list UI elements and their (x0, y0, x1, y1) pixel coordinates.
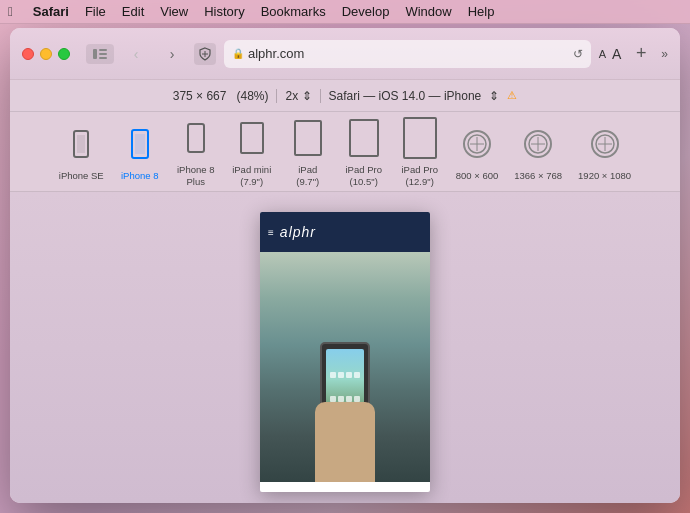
menu-help[interactable]: Help (468, 4, 495, 19)
apple-menu[interactable]:  (8, 4, 13, 19)
maximize-button[interactable] (58, 48, 70, 60)
site-preview: ≡ alphr (260, 212, 430, 492)
ipad-pro-105-icon-wrap (345, 116, 383, 160)
device-ipad[interactable]: iPad(9.7") (282, 112, 334, 191)
warning-icon: ⚠ (507, 89, 517, 102)
menu-bar:  Safari File Edit View History Bookmark… (0, 0, 690, 24)
menu-view[interactable]: View (160, 4, 188, 19)
menu-edit[interactable]: Edit (122, 4, 144, 19)
app-icon (346, 396, 352, 402)
address-bar[interactable]: 🔒 alphr.com ↺ (224, 40, 591, 68)
menu-history[interactable]: History (204, 4, 244, 19)
divider (276, 89, 277, 103)
minimize-button[interactable] (40, 48, 52, 60)
safari-window: ‹ › 🔒 alphr.com ↺ A A + » 375 × 667 (10, 28, 680, 503)
app-icon (330, 372, 336, 378)
reload-button[interactable]: ↺ (573, 47, 583, 61)
sidebar-icon (93, 49, 107, 59)
ipad-pro-105-icon (349, 119, 379, 157)
lock-icon: 🔒 (232, 48, 244, 59)
menu-safari[interactable]: Safari (33, 4, 69, 19)
svg-rect-2 (99, 53, 107, 55)
ipad-pro-129-icon-wrap (401, 116, 439, 160)
monitor-1920-label: 1920 × 1080 (578, 170, 631, 181)
ipad-icon-wrap (289, 116, 327, 160)
ipad-label: iPad(9.7") (296, 164, 319, 187)
app-icon (354, 372, 360, 378)
site-hero-image (260, 252, 430, 482)
site-logo: alphr (280, 224, 316, 240)
hand-shape (315, 402, 375, 482)
monitor-800-label: 800 × 600 (456, 170, 499, 181)
iphone-se-icon (73, 130, 89, 158)
forward-button[interactable]: › (158, 40, 186, 68)
svg-rect-1 (99, 49, 107, 51)
monitor-1920-icon-wrap (586, 122, 624, 166)
menu-file[interactable]: File (85, 4, 106, 19)
menu-window[interactable]: Window (405, 4, 451, 19)
monitor-1366-label: 1366 × 768 (514, 170, 562, 181)
dimension-info: 375 × 667 (48%) 2x ⇕ Safari — iOS 14.0 —… (173, 89, 518, 103)
iphone-8-icon (131, 129, 149, 159)
device-select-arrows-icon: ⇕ (489, 89, 499, 103)
monitor-800-icon-wrap (458, 122, 496, 166)
phone-hand-illustration (305, 302, 385, 482)
site-hamburger-icon: ≡ (268, 227, 274, 238)
iphone-8-plus-icon-wrap (177, 116, 215, 160)
device-ipad-pro-105[interactable]: iPad Pro(10.5") (338, 112, 390, 191)
traffic-lights (22, 48, 70, 60)
new-tab-button[interactable]: + (629, 43, 653, 64)
back-button[interactable]: ‹ (122, 40, 150, 68)
app-icon (354, 396, 360, 402)
device-iphone-se[interactable]: iPhone SE (53, 118, 110, 185)
app-icon (330, 396, 336, 402)
monitor-1920-icon (591, 130, 619, 158)
ipad-mini-icon (240, 122, 264, 154)
scale-arrows-icon: ⇕ (302, 89, 312, 103)
iphone-8-plus-label: iPhone 8Plus (177, 164, 215, 187)
url-text: alphr.com (248, 46, 304, 61)
tab-overflow-button[interactable]: » (661, 47, 668, 61)
app-icon (338, 396, 344, 402)
ipad-mini-icon-wrap (233, 116, 271, 160)
device-1366x768[interactable]: 1366 × 768 (508, 118, 568, 185)
font-size-controls: A A (599, 46, 622, 62)
scale-control[interactable]: 2x ⇕ (285, 89, 311, 103)
device-ipad-pro-129[interactable]: iPad Pro(12.9") (394, 112, 446, 191)
title-bar: ‹ › 🔒 alphr.com ↺ A A + » (10, 28, 680, 80)
site-header: ≡ alphr (260, 212, 430, 252)
app-icon (338, 372, 344, 378)
iphone-8-plus-icon (187, 123, 205, 153)
ipad-icon (294, 120, 322, 156)
device-iphone-8-plus[interactable]: iPhone 8Plus (170, 112, 222, 191)
app-icon (346, 372, 352, 378)
font-increase-button[interactable]: A (612, 46, 621, 62)
percent-value: (48%) (236, 89, 268, 103)
device-1920x1080[interactable]: 1920 × 1080 (572, 118, 637, 185)
ipad-pro-129-icon (403, 117, 437, 159)
menu-bookmarks[interactable]: Bookmarks (261, 4, 326, 19)
monitor-1366-icon-wrap (519, 122, 557, 166)
dimension-text: 375 × 667 (48%) (173, 89, 269, 103)
svg-rect-0 (93, 49, 97, 59)
device-toolbar: iPhone SE iPhone 8 iPhone 8Plus iPad min… (10, 112, 680, 192)
shield-button[interactable] (194, 43, 216, 65)
device-800x600[interactable]: 800 × 600 (450, 118, 505, 185)
iphone-8-label: iPhone 8 (121, 170, 159, 181)
dimensions-value: 375 × 667 (173, 89, 227, 103)
ipad-pro-105-label: iPad Pro(10.5") (346, 164, 382, 187)
iphone-se-label: iPhone SE (59, 170, 104, 181)
iphone-8-icon-wrap (121, 122, 159, 166)
monitor-1366-icon (524, 130, 552, 158)
shield-icon (199, 47, 211, 61)
scale-value: 2x (285, 89, 298, 103)
device-iphone-8[interactable]: iPhone 8 (114, 118, 166, 185)
menu-develop[interactable]: Develop (342, 4, 390, 19)
sidebar-toggle-button[interactable] (86, 44, 114, 64)
device-ipad-mini[interactable]: iPad mini(7.9") (226, 112, 278, 191)
close-button[interactable] (22, 48, 34, 60)
monitor-800-icon (463, 130, 491, 158)
ipad-mini-label: iPad mini(7.9") (232, 164, 271, 187)
font-decrease-button[interactable]: A (599, 48, 606, 60)
divider2 (320, 89, 321, 103)
